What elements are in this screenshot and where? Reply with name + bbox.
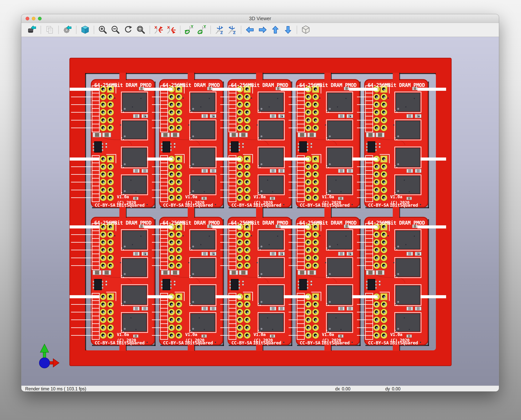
- svg-text:X: X: [155, 25, 157, 30]
- panel-tab: [256, 73, 263, 80]
- panel-tab: [188, 207, 194, 218]
- panel-tab: [324, 207, 331, 218]
- silkscreen-text: V1.0a: [117, 195, 129, 199]
- status-bar: Render time 10 ms ( 103.1 fps) dx 0.00 d…: [21, 386, 499, 391]
- toolbar-separator: [150, 26, 150, 34]
- panel-tab: [188, 73, 194, 80]
- copy-image-icon: [45, 25, 54, 34]
- dram-chip: [191, 148, 215, 167]
- titlebar[interactable]: 3D Viewer: [21, 14, 499, 23]
- zoom-fit-button[interactable]: [136, 25, 146, 35]
- orthographic-view-icon: [301, 25, 310, 34]
- rotate-x-counterclockwise-icon: X: [167, 25, 176, 34]
- zoom-in-button[interactable]: [98, 25, 108, 35]
- zoom-out-button[interactable]: [111, 25, 120, 35]
- panel-trace-bar: [215, 295, 241, 298]
- render-settings-button[interactable]: [62, 25, 72, 35]
- panel-trace-bar: [70, 158, 100, 161]
- panel-trace-bar: [281, 88, 309, 91]
- pan-up-button[interactable]: [271, 25, 280, 35]
- panel-trace-bar: [420, 295, 446, 298]
- rotate-x-clockwise-button[interactable]: X: [154, 25, 163, 35]
- panel-trace-bar: [215, 158, 241, 161]
- pcb-board-r2c2: 64-256MBit DRAM PMODV1.0a(C) 2020CC-BY-S…: [160, 217, 224, 346]
- panel-trace-bar: [281, 225, 309, 228]
- reload-board-button[interactable]: [27, 25, 37, 35]
- copy-image-button[interactable]: [45, 25, 54, 35]
- render-settings-icon: [63, 25, 72, 34]
- dram-chip: [191, 231, 215, 249]
- dram-chip: [259, 231, 283, 249]
- panel-tab: [119, 345, 126, 351]
- dram-chip: [123, 148, 147, 167]
- pan-right-button[interactable]: [258, 25, 267, 35]
- dram-chip: [259, 121, 283, 139]
- dram-chip: [259, 286, 283, 304]
- silkscreen-text: CC-BY-SA: [163, 203, 184, 208]
- dram-chip: [327, 93, 351, 111]
- silkscreen-text: CC-BY-SA: [95, 340, 115, 345]
- panel-trace-bar: [417, 225, 446, 228]
- window-title: 3D Viewer: [21, 14, 499, 23]
- dram-chip: [396, 314, 420, 331]
- rotate-x-counterclockwise-button[interactable]: X: [167, 25, 176, 35]
- silkscreen-text: 64-256MBit DRAM PMOD: [163, 220, 220, 226]
- pan-up-icon: [271, 25, 280, 34]
- rotate-x-clockwise-icon: X: [154, 25, 163, 34]
- dy-readout: dy 0.00: [385, 386, 400, 391]
- redraw-icon: [124, 25, 133, 34]
- silkscreen-text: V1.0a: [185, 332, 197, 337]
- pan-left-button[interactable]: [245, 25, 255, 35]
- 3d-view-canvas[interactable]: 64-256MBit DRAM PMODV1.0a(C) 2020CC-BY-S…: [21, 37, 499, 386]
- dram-chip: [327, 121, 351, 139]
- regulator-ic: [94, 142, 102, 152]
- panel-tab: [393, 73, 399, 80]
- rotate-z-counterclockwise-button[interactable]: Z: [227, 25, 237, 35]
- reload-board-icon: [27, 25, 37, 34]
- toolbar-separator: [58, 26, 59, 34]
- silkscreen-text: V1.0a: [390, 332, 402, 337]
- svg-text:Y: Y: [191, 25, 194, 29]
- silkscreen-text: V1.0a: [390, 195, 402, 199]
- redraw-button[interactable]: [124, 25, 133, 35]
- silkscreen-text: V1.0a: [322, 332, 334, 337]
- silkscreen-text: 64-256MBit DRAM PMOD: [231, 220, 288, 226]
- regulator-ic: [368, 142, 375, 152]
- orthographic-view-button[interactable]: [301, 25, 311, 35]
- rotate-z-clockwise-button[interactable]: Z: [215, 25, 224, 35]
- panel-trace-bar: [284, 158, 309, 161]
- panel-trace-bar: [147, 158, 173, 161]
- panel-trace-bar: [352, 295, 378, 298]
- panel-tab: [119, 207, 126, 218]
- panel-trace-bar: [70, 88, 100, 91]
- dram-chip: [259, 314, 283, 331]
- pcb-board-r2c5: 64-256MBit DRAM PMODV1.0a(C) 2020CC-BY-S…: [365, 217, 429, 346]
- pan-down-button[interactable]: [283, 25, 293, 35]
- render-current-view-button[interactable]: [80, 25, 90, 35]
- silkscreen-text: V1.0a: [254, 332, 265, 337]
- rotate-z-counterclockwise-icon: Z: [228, 25, 237, 34]
- dram-chip: [191, 286, 215, 304]
- regulator-ic: [163, 279, 170, 290]
- panel-trace-bar: [349, 225, 378, 228]
- pan-right-icon: [258, 25, 267, 34]
- dram-chip: [259, 93, 283, 111]
- toolbar-separator: [180, 26, 180, 34]
- regulator-ic: [299, 142, 307, 152]
- rotate-y-clockwise-button[interactable]: Y: [184, 25, 194, 35]
- panel-trace-bar: [417, 88, 446, 91]
- rotate-y-counterclockwise-button[interactable]: Y: [197, 25, 207, 35]
- dram-chip: [327, 148, 351, 167]
- zoom-fit-icon: [136, 25, 146, 34]
- 3d-viewport: 64-256MBit DRAM PMODV1.0a(C) 2020CC-BY-S…: [21, 37, 499, 386]
- silkscreen-text: CC-BY-SA: [300, 340, 320, 345]
- rotate-y-counterclockwise-icon: Y: [197, 25, 206, 34]
- render-current-view-icon: [80, 25, 90, 34]
- dram-chip: [396, 176, 420, 194]
- panel-trace-bar: [284, 295, 309, 298]
- axis-indicator: [39, 344, 59, 368]
- panel-tab: [256, 345, 263, 351]
- dram-chip: [327, 259, 351, 277]
- panel-tab: [188, 345, 194, 351]
- silkscreen-text: 64-256MBit DRAM PMOD: [299, 220, 356, 226]
